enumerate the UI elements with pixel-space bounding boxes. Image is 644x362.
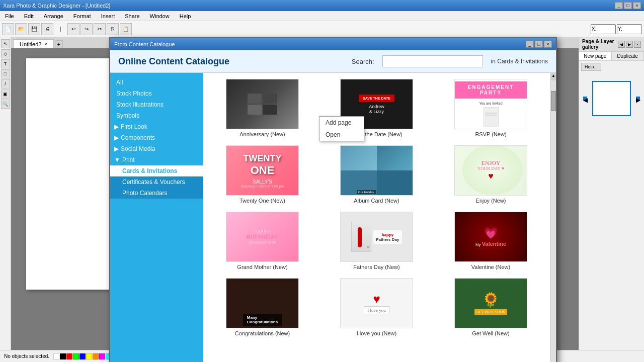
panel-collapse-btn[interactable]: ◀ [618, 41, 625, 48]
catalogue-item-twenty-one[interactable]: TWENTY ONE SALLY'S Saturday, 5 April at … [209, 145, 315, 204]
tab-untitled2[interactable]: Untitled2 × [13, 39, 54, 48]
catalogue-item-get-well[interactable]: 🌻 GET WELL SOON Get Well (New) [438, 278, 544, 336]
sidebar-item-social-media[interactable]: ▶ Social Media [110, 143, 203, 154]
app-wrapper: ↖ ◇ T □ / ▣ 🔍 Untitled2 × + From Content… [0, 37, 644, 350]
title-bar: Xara Photo & Graphic Designer - [Untitle… [0, 0, 644, 11]
catalogue-title: Online Content Catalogue [118, 56, 344, 67]
status-text: No objects selected. [4, 353, 49, 359]
sidebar-item-cards-invitations[interactable]: Cards & Invitations [110, 165, 203, 176]
context-menu-add-page[interactable]: Add page [319, 117, 364, 129]
shape-tool[interactable]: □ [1, 69, 10, 78]
dialog-maximize[interactable]: □ [535, 41, 543, 48]
scrollbar-thumb[interactable] [551, 91, 556, 111]
search-input[interactable] [382, 55, 483, 67]
catalogue-item-grand-mother[interactable]: HAPPY BIRTHDAY GRANDMOTHER Grand Mother … [209, 212, 315, 270]
right-panel: Page & Layer gallery ◀ ▶ × New page Dupl… [579, 37, 644, 350]
catalogue-item-anniversary[interactable]: Anniversary (New) [209, 79, 315, 137]
text-tool[interactable]: T [1, 59, 10, 68]
save-btn[interactable]: 💾 [28, 23, 40, 35]
sidebar-item-stock-photos[interactable]: Stock Photos [110, 88, 203, 99]
panel-expand-btn[interactable]: ▶ [626, 41, 633, 48]
catalogue-grid: Anniversary (New) SAVE THE DATE Andrew &… [209, 79, 544, 336]
copy-btn[interactable]: ⎘ [107, 23, 119, 35]
add-tab-button[interactable]: + [55, 40, 63, 48]
line-tool[interactable]: / [1, 79, 10, 88]
open-btn[interactable]: 📂 [15, 23, 27, 35]
panel-close-btn[interactable]: × [634, 41, 641, 48]
content-area: Untitled2 × + From Content Catalogue _ □… [11, 37, 579, 350]
maximize-button[interactable]: □ [624, 2, 632, 9]
y-coord[interactable] [617, 24, 642, 34]
sidebar-item-components[interactable]: ▶ Components [110, 132, 203, 143]
catalogue-item-congratulations[interactable]: ManyCongratulations Congratulations (New… [209, 278, 315, 336]
paste-btn[interactable]: 📋 [120, 23, 132, 35]
item-label-grand-mother: Grand Mother (New) [237, 264, 287, 270]
undo-btn[interactable]: ↩ [67, 23, 79, 35]
menu-format[interactable]: Format [70, 12, 94, 20]
help-btn[interactable]: Help... [581, 63, 601, 71]
tab-duplicate[interactable]: Duplicate [612, 52, 645, 60]
catalogue-item-fathers-day[interactable]: ✏ happy Fathers Day [324, 212, 430, 270]
sidebar-item-first-look[interactable]: ▶ First Look [110, 121, 203, 132]
window-controls: _ □ × [615, 2, 641, 9]
app-title: Xara Photo & Graphic Designer - [Untitle… [3, 3, 615, 9]
sidebar-item-all[interactable]: All [110, 77, 203, 88]
components-arrow: ▶ [114, 134, 119, 141]
zoom-tool[interactable]: 🔍 [1, 100, 10, 109]
sidebar-item-stock-illustrations[interactable]: Stock Illustrations [110, 99, 203, 110]
tab-new-page[interactable]: New page [579, 52, 612, 60]
panel-nav-right[interactable]: ▶ [636, 97, 640, 101]
context-menu-open[interactable]: Open [319, 129, 364, 141]
close-button[interactable]: × [633, 2, 641, 9]
page-thumbnail [592, 81, 631, 116]
item-thumb-congratulations: ManyCongratulations [226, 278, 299, 328]
search-label: Search: [352, 58, 374, 65]
item-label-valentine: Valentine (New) [471, 264, 510, 270]
menu-file[interactable]: File [2, 12, 17, 20]
catalogue-item-i-love-you[interactable]: ♥ I love you I love you (New) [324, 278, 430, 336]
node-tool[interactable]: ◇ [1, 49, 10, 58]
new-btn[interactable]: 📄 [2, 23, 14, 35]
swatch-white[interactable] [53, 353, 59, 359]
item-label-album-card: Album Card (New) [354, 198, 399, 204]
catalogue-scrollbar[interactable]: ▲ ▼ [550, 73, 556, 362]
x-coord[interactable] [591, 24, 616, 34]
sidebar-item-certificates-vouchers[interactable]: Certificates & Vouchers [110, 176, 203, 188]
swatch-yellow[interactable] [86, 353, 92, 359]
sidebar-item-photo-calendars[interactable]: Photo Calendars [110, 188, 203, 199]
menu-bar: File Edit Arrange Format Insert Share Wi… [0, 11, 644, 21]
dialog-minimize[interactable]: _ [526, 41, 534, 48]
catalogue-item-enjoy[interactable]: ENJOY YOUR DAY ♥ ♥ Enjoy (New) [438, 145, 544, 204]
cut-btn[interactable]: ✂ [94, 23, 106, 35]
menu-help[interactable]: Help [177, 12, 194, 20]
print-btn[interactable]: 🖨 [41, 23, 53, 35]
minimize-button[interactable]: _ [615, 2, 623, 9]
item-label-get-well: Get Well (New) [472, 330, 509, 336]
swatch-blue[interactable] [79, 353, 86, 359]
swatch-red[interactable] [66, 353, 72, 359]
catalogue-item-album-card[interactable]: Our Holiday Album Card (New) [324, 145, 430, 204]
menu-share[interactable]: Share [122, 12, 142, 20]
menu-insert[interactable]: Insert [98, 12, 118, 20]
swatch-magenta[interactable] [99, 353, 105, 359]
dialog-close[interactable]: × [544, 41, 552, 48]
dialog-controls: _ □ × [526, 41, 552, 48]
item-label-rsvp: RSVP (New) [475, 131, 506, 137]
panel-nav-left[interactable]: ◀ [583, 97, 587, 101]
item-thumb-anniversary [226, 79, 299, 129]
swatch-green[interactable] [73, 353, 79, 359]
tab-close-icon[interactable]: × [44, 42, 47, 47]
swatch-orange[interactable] [93, 353, 99, 359]
catalogue-item-valentine[interactable]: 💗 My Valentine Valentine (New) [438, 212, 544, 270]
sidebar-item-print[interactable]: ▼ Print [110, 154, 203, 165]
menu-edit[interactable]: Edit [21, 12, 37, 20]
menu-arrange[interactable]: Arrange [41, 12, 66, 20]
swatch-black[interactable] [60, 353, 66, 359]
catalogue-grid-area[interactable]: Anniversary (New) SAVE THE DATE Andrew &… [203, 73, 550, 362]
redo-btn[interactable]: ↪ [80, 23, 93, 35]
catalogue-item-rsvp[interactable]: ENGAGEMENT PARTY You are invited [438, 79, 544, 137]
fill-tool[interactable]: ▣ [1, 89, 10, 99]
select-tool[interactable]: ↖ [1, 39, 10, 48]
menu-window[interactable]: Window [147, 12, 173, 20]
sidebar-item-symbols[interactable]: Symbols [110, 110, 203, 121]
